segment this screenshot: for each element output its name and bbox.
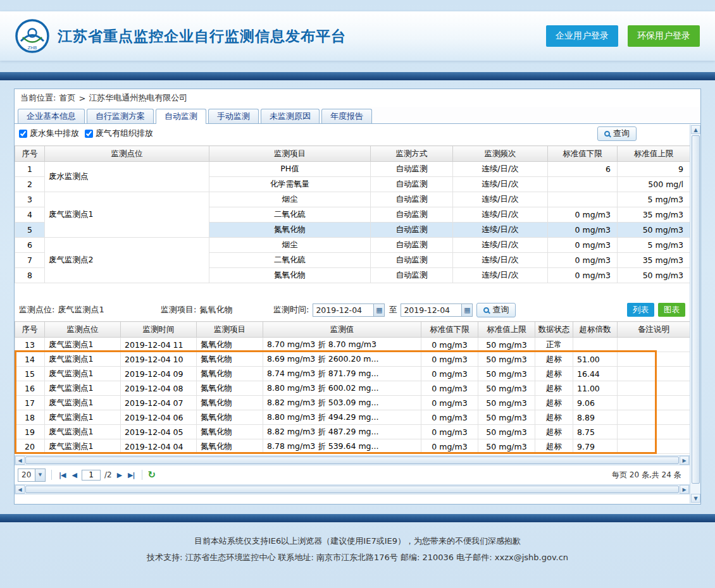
page-number-input[interactable] bbox=[82, 470, 101, 481]
logo-icon: ZHB bbox=[15, 19, 49, 53]
cell-upper: 50 mg/m3 bbox=[478, 367, 535, 381]
toolbar-separator bbox=[142, 470, 142, 480]
column-header[interactable]: 序号 bbox=[15, 146, 45, 162]
horizontal-scrollbar-thumb[interactable] bbox=[25, 456, 679, 464]
plan-table-row[interactable]: 6废气监测点2烟尘自动监测连续/日/次0 mg/m35 mg/m3 bbox=[15, 238, 690, 253]
plan-table-header-row: 序号监测点位监测项目监测方式监测频次标准值下限标准值上限 bbox=[15, 146, 690, 162]
table-horizontal-scrollbar[interactable]: ◀ ▶ bbox=[15, 455, 690, 465]
column-header[interactable]: 监测项目 bbox=[209, 146, 371, 162]
tab-1[interactable]: 企业基本信息 bbox=[18, 109, 85, 123]
detail-item-value: 氮氧化物 bbox=[199, 304, 232, 315]
data-table-row[interactable]: 14废气监测点12019-12-04 10氮氧化物8.69 mg/m3 折 26… bbox=[15, 352, 690, 367]
cell-item: 氮氧化物 bbox=[209, 268, 371, 283]
tab-3[interactable]: 自动监测 bbox=[156, 109, 206, 123]
tab-5[interactable]: 未监测原因 bbox=[261, 109, 320, 123]
column-header[interactable]: 监测时间 bbox=[121, 322, 197, 338]
column-header[interactable]: 序号 bbox=[15, 322, 45, 338]
data-table-row[interactable]: 17废气监测点12019-12-04 07氮氧化物8.82 mg/m3 折 50… bbox=[15, 396, 690, 410]
data-table-row[interactable]: 16废气监测点12019-12-04 08氮氧化物8.80 mg/m3 折 60… bbox=[15, 381, 690, 396]
panel-horizontal-scrollbar[interactable]: ◀ ▶ bbox=[15, 484, 690, 494]
scroll-right-button[interactable]: ▶ bbox=[680, 456, 689, 465]
chevron-down-icon[interactable]: ▼ bbox=[35, 469, 45, 481]
column-header[interactable]: 超标倍数 bbox=[573, 322, 618, 338]
site-header: ZHB 江苏省重点监控企业自行监测信息发布平台 企业用户登录 环保用户登录 bbox=[0, 11, 715, 61]
last-page-button[interactable]: ▶| bbox=[127, 471, 135, 479]
data-table-row[interactable]: 18废气监测点12019-12-04 06氮氧化物8.80 mg/m3 折 49… bbox=[15, 410, 690, 425]
column-header[interactable]: 标准值下限 bbox=[421, 322, 478, 338]
data-table-row[interactable]: 15废气监测点12019-12-04 09氮氧化物8.74 mg/m3 折 87… bbox=[15, 367, 690, 381]
data-table-row[interactable]: 20废气监测点12019-12-04 04氮氧化物8.78 mg/m3 折 53… bbox=[15, 439, 690, 454]
tab-6[interactable]: 年度报告 bbox=[321, 109, 372, 123]
cell-point: 废气监测点1 bbox=[45, 192, 209, 238]
next-page-button[interactable]: ▶ bbox=[116, 471, 123, 479]
enterprise-login-button[interactable]: 企业用户登录 bbox=[546, 25, 618, 47]
cell-value: 8.69 mg/m3 折 2600.20 m... bbox=[263, 352, 421, 367]
vertical-scrollbar[interactable]: ▲ ▼ bbox=[690, 125, 700, 503]
column-header[interactable]: 标准值上限 bbox=[478, 322, 535, 338]
query-button[interactable]: 查询 bbox=[597, 126, 637, 141]
plan-table-row[interactable]: 3废气监测点1烟尘自动监测连续/日/次5 mg/m3 bbox=[15, 192, 690, 207]
footer-contact: 技术支持: 江苏省生态环境监控中心 联系地址: 南京市江东北路176号 邮编: … bbox=[0, 549, 715, 566]
scroll-up-button[interactable]: ▲ bbox=[691, 125, 700, 134]
gas-checkbox[interactable] bbox=[85, 130, 93, 138]
column-header[interactable]: 监测值 bbox=[263, 322, 421, 338]
column-header[interactable]: 监测频次 bbox=[453, 146, 548, 162]
env-user-login-button[interactable]: 环保用户登录 bbox=[628, 25, 700, 47]
wastewater-checkbox-wrap[interactable]: 废水集中排放 bbox=[19, 128, 79, 139]
refresh-icon[interactable]: ↻ bbox=[148, 470, 156, 480]
detail-item-label: 监测项目: bbox=[161, 304, 196, 315]
scroll-down-button[interactable]: ▼ bbox=[691, 494, 700, 503]
breadcrumb-separator: > bbox=[78, 94, 85, 103]
detail-query-button[interactable]: 查询 bbox=[476, 303, 516, 317]
date-to-field[interactable]: 2019-12-04 ▦ bbox=[401, 303, 473, 317]
cell-item: 氮氧化物 bbox=[197, 439, 263, 454]
gas-checkbox-wrap[interactable]: 废气有组织排放 bbox=[85, 128, 153, 139]
cell-status: 超标 bbox=[535, 410, 573, 425]
column-header[interactable]: 监测点位 bbox=[45, 146, 209, 162]
column-header[interactable]: 数据状态 bbox=[535, 322, 573, 338]
cell-upper: 5 mg/m3 bbox=[618, 238, 690, 253]
calendar-icon[interactable]: ▦ bbox=[461, 304, 472, 316]
column-header[interactable]: 监测项目 bbox=[197, 322, 263, 338]
breadcrumb-home-link[interactable]: 首页 bbox=[59, 92, 75, 104]
tab-4[interactable]: 手动监测 bbox=[208, 109, 259, 123]
column-header[interactable]: 监测点位 bbox=[45, 322, 121, 338]
cell-lower: 0 mg/m3 bbox=[421, 425, 478, 439]
page-size-select[interactable]: 20 ▼ bbox=[18, 469, 46, 482]
date-to-value: 2019-12-04 bbox=[401, 305, 461, 315]
cell-time: 2019-12-04 06 bbox=[121, 410, 197, 425]
column-header[interactable]: 备注说明 bbox=[618, 322, 690, 338]
scroll-right-button[interactable]: ▶ bbox=[680, 485, 689, 494]
prev-page-button[interactable]: ◀ bbox=[70, 471, 77, 479]
cell-method: 自动监测 bbox=[371, 162, 453, 177]
search-icon bbox=[604, 131, 610, 137]
data-table-row[interactable]: 19废气监测点12019-12-04 05氮氧化物8.82 mg/m3 折 48… bbox=[15, 425, 690, 439]
chart-view-button[interactable]: 图表 bbox=[658, 303, 685, 317]
list-view-button[interactable]: 列表 bbox=[627, 303, 654, 317]
vertical-scrollbar-thumb[interactable] bbox=[692, 135, 700, 484]
cell-status: 超标 bbox=[535, 439, 573, 454]
scroll-left-button[interactable]: ◀ bbox=[15, 485, 25, 494]
column-header[interactable]: 标准值上限 bbox=[618, 146, 690, 162]
cell-no: 13 bbox=[15, 338, 45, 352]
site-logo: ZHB bbox=[15, 19, 49, 53]
column-header[interactable]: 监测方式 bbox=[371, 146, 453, 162]
cell-upper: 35 mg/m3 bbox=[618, 253, 690, 268]
toolbar-separator bbox=[51, 470, 52, 480]
search-icon bbox=[483, 307, 489, 313]
first-page-button[interactable]: |◀ bbox=[58, 471, 66, 479]
wastewater-checkbox-label: 废水集中排放 bbox=[30, 128, 79, 139]
calendar-icon[interactable]: ▦ bbox=[373, 304, 384, 316]
plan-table-row[interactable]: 1废水监测点PH值自动监测连续/日/次69 bbox=[15, 162, 690, 177]
detail-time-label: 监测时间: bbox=[273, 304, 309, 315]
wastewater-checkbox[interactable] bbox=[19, 130, 27, 138]
data-table-row[interactable]: 13废气监测点12019-12-04 11氮氧化物8.70 mg/m3 折 8.… bbox=[15, 338, 690, 352]
date-from-field[interactable]: 2019-12-04 ▦ bbox=[313, 303, 385, 317]
tab-2[interactable]: 自行监测方案 bbox=[87, 109, 154, 123]
column-header[interactable]: 标准值下限 bbox=[548, 146, 618, 162]
detail-table-wrap: 序号监测点位监测时间监测项目监测值标准值下限标准值上限数据状态超标倍数备注说明 … bbox=[15, 321, 690, 454]
cell-item: 氮氧化物 bbox=[197, 410, 263, 425]
cell-no: 5 bbox=[15, 223, 45, 238]
scroll-left-button[interactable]: ◀ bbox=[15, 456, 25, 465]
horizontal-scrollbar-thumb[interactable] bbox=[25, 486, 679, 493]
